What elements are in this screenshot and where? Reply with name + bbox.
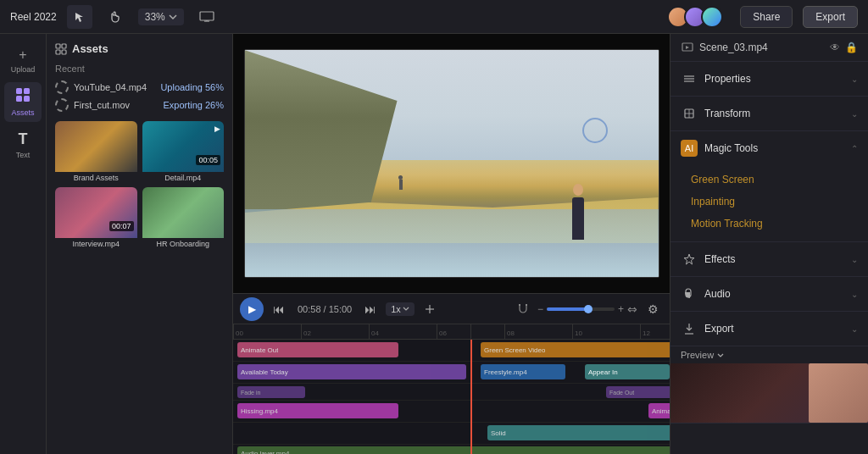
transform-icon xyxy=(681,105,698,122)
effects-header[interactable]: Effects ⌄ xyxy=(670,242,868,276)
skip-forward-button[interactable]: ⏭ xyxy=(360,299,381,319)
properties-icon xyxy=(681,70,698,87)
timeline-tracks: 00 02 04 06 08 10 12 14 15:00 00:58 xyxy=(233,324,670,454)
svg-rect-7 xyxy=(56,44,60,48)
skip-back-button[interactable]: ⏮ xyxy=(269,299,289,319)
audio-header[interactable]: Audio ⌄ xyxy=(670,277,868,311)
export-section: Export ⌄ xyxy=(670,312,868,346)
track-row-6: Audio layer.mp4 xyxy=(233,445,670,454)
magic-tools-header[interactable]: AI Magic Tools ⌃ xyxy=(670,131,868,165)
track-container-2: Available Today Freestyle.mp4 Appear In xyxy=(233,362,670,383)
clip-freestyle[interactable]: Freestyle.mp4 xyxy=(481,364,565,379)
motion-tracking-item[interactable]: Motion Tracking xyxy=(670,213,868,235)
zoom-in-icon[interactable]: + xyxy=(618,303,624,315)
select-tool[interactable] xyxy=(67,5,92,29)
transform-section: Transform ⌄ xyxy=(670,97,868,131)
speed-control[interactable]: 1x xyxy=(386,302,415,316)
track-container-6: Audio layer.mp4 xyxy=(233,445,670,454)
transform-header[interactable]: Transform ⌄ xyxy=(670,97,868,130)
effects-section: Effects ⌄ xyxy=(670,242,868,277)
thumb-duration-1: 00:05 xyxy=(196,155,220,165)
text-icon: T xyxy=(19,130,28,148)
lock-icon[interactable]: 🔒 xyxy=(845,42,858,53)
zoom-out-icon[interactable]: − xyxy=(537,303,543,315)
properties-header[interactable]: Properties ⌄ xyxy=(670,62,868,96)
export-status: Exporting 26% xyxy=(163,100,224,110)
magic-tools-section: AI Magic Tools ⌃ Green Screen Inpainting… xyxy=(670,131,868,242)
svg-rect-8 xyxy=(62,44,66,48)
zoom-control[interactable]: 33% xyxy=(138,8,184,25)
export-name: First_cut.mov xyxy=(74,100,130,110)
magic-tools-content: Green Screen Inpainting Motion Tracking xyxy=(670,165,868,241)
asset-thumb-1[interactable]: ▶ 00:05 Detail.mp4 xyxy=(142,121,225,182)
zoom-track[interactable] xyxy=(547,307,615,311)
magic-tools-icon: AI xyxy=(681,140,698,157)
ruler-mark-current xyxy=(470,324,473,339)
edit-tool-button[interactable] xyxy=(420,299,440,319)
preview-label[interactable]: Preview xyxy=(670,346,868,363)
asset-thumb-3[interactable]: HR Onboarding xyxy=(142,187,225,248)
tracks-area: 00:58 Animate Out Green Screen Video xyxy=(233,340,670,454)
thumb-label-3: HR Onboarding xyxy=(142,240,225,248)
fit-icon[interactable]: ⇔ xyxy=(627,302,637,316)
sidebar-item-upload[interactable]: + Upload xyxy=(4,42,42,79)
upload-item-0: YouTube_04.mp4 Uploading 56% xyxy=(55,80,224,94)
preview-thumbnail xyxy=(670,363,868,423)
magnet-button[interactable] xyxy=(512,299,532,319)
svg-rect-5 xyxy=(16,96,22,102)
upload-spinner xyxy=(55,80,69,94)
ruler-mark: 02 xyxy=(301,324,311,339)
asset-thumb-0[interactable]: Brand Assets xyxy=(55,121,137,182)
clip-fade-out[interactable]: Fade Out xyxy=(606,386,670,398)
properties-section: Properties ⌄ xyxy=(670,62,868,97)
thumb-bg-3 xyxy=(142,187,225,238)
properties-title: Properties xyxy=(704,73,851,85)
visibility-icon[interactable]: 👁 xyxy=(830,42,840,53)
export-header[interactable]: Export ⌄ xyxy=(670,312,868,346)
inpainting-item[interactable]: Inpainting xyxy=(670,191,868,213)
preview-area: ▶ ⏮ 00:58 / 15:00 ⏭ 1x − xyxy=(233,34,670,454)
clip-available-today[interactable]: Available Today xyxy=(237,364,466,379)
clip-green-screen[interactable]: Green Screen Video xyxy=(481,342,670,357)
preview-section: Preview xyxy=(670,346,868,424)
transform-title: Transform xyxy=(704,108,851,119)
green-screen-item[interactable]: Green Screen xyxy=(670,169,868,191)
export-button[interactable]: Export xyxy=(803,6,858,28)
clip-animate-mp4[interactable]: Animate.mp4 xyxy=(648,403,670,418)
effects-chevron: ⌄ xyxy=(851,255,858,264)
ruler-mark: 04 xyxy=(369,324,379,339)
export-icon xyxy=(681,320,698,337)
clip-animate-out[interactable]: Animate Out xyxy=(237,342,398,357)
hand-tool[interactable] xyxy=(103,5,128,29)
share-button[interactable]: Share xyxy=(740,6,793,28)
track-row-4: Hissing.mp4 Animate.mp4 xyxy=(233,401,670,423)
ruler-mark: 08 xyxy=(504,324,515,339)
audio-title: Audio xyxy=(704,288,851,300)
thumb-duration-2: 00:07 xyxy=(109,221,134,231)
settings-button[interactable]: ⚙ xyxy=(643,299,663,319)
tracking-circle xyxy=(582,118,608,143)
zoom-thumb[interactable] xyxy=(584,305,593,313)
preview-face xyxy=(809,363,868,423)
sidebar-item-assets[interactable]: Assets xyxy=(4,82,42,122)
play-button[interactable]: ▶ xyxy=(240,297,264,321)
clip-solid[interactable]: Solid xyxy=(487,425,670,440)
playhead[interactable]: 00:58 xyxy=(470,340,472,454)
magic-tools-chevron: ⌃ xyxy=(851,144,858,153)
assets-title: Assets xyxy=(72,42,108,55)
effects-title: Effects xyxy=(704,253,851,265)
thumb-label-0: Brand Assets xyxy=(55,174,137,182)
sidebar-item-text[interactable]: T Text xyxy=(4,125,42,164)
upload-name: YouTube_04.mp4 xyxy=(74,82,147,92)
export-spinner xyxy=(55,98,69,112)
asset-thumb-2[interactable]: 00:07 Interview.mp4 xyxy=(55,187,137,248)
clip-appear-in[interactable]: Appear In xyxy=(585,364,670,379)
clip-fade-in[interactable]: Fade in xyxy=(237,386,305,398)
svg-rect-6 xyxy=(24,96,30,102)
timeline-ruler: 00 02 04 06 08 10 12 14 15:00 xyxy=(233,324,670,340)
svg-rect-4 xyxy=(24,88,30,94)
monitor-button[interactable] xyxy=(194,5,220,29)
clip-hissing[interactable]: Hissing.mp4 xyxy=(237,403,398,418)
clip-audio-layer[interactable]: Audio layer.mp4 xyxy=(237,446,670,454)
thumb-bg-0 xyxy=(55,121,137,172)
